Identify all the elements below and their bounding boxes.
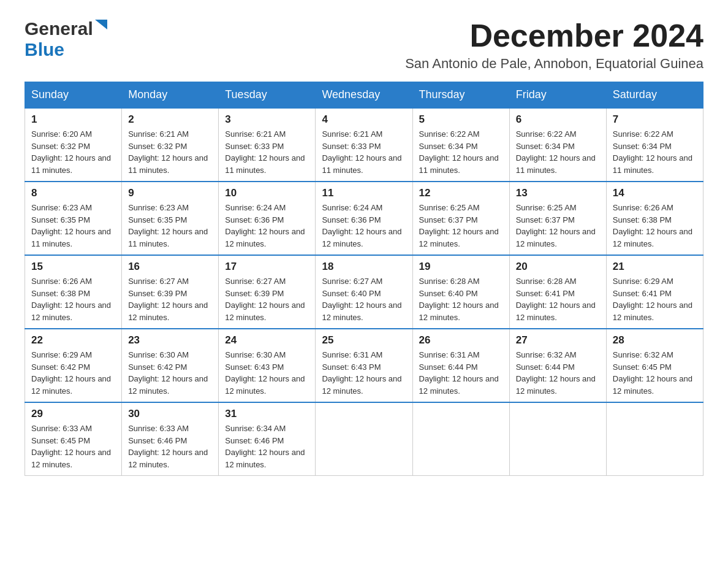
calendar-cell: 6 Sunrise: 6:22 AM Sunset: 6:34 PM Dayli… [509, 108, 606, 182]
day-info: Sunrise: 6:33 AM Sunset: 6:46 PM Dayligh… [128, 423, 212, 470]
calendar-cell: 15 Sunrise: 6:26 AM Sunset: 6:38 PM Dayl… [25, 255, 122, 329]
day-info: Sunrise: 6:28 AM Sunset: 6:41 PM Dayligh… [516, 275, 600, 323]
logo-blue-text: Blue [25, 39, 64, 60]
day-info: Sunrise: 6:26 AM Sunset: 6:38 PM Dayligh… [31, 275, 115, 323]
day-info: Sunrise: 6:25 AM Sunset: 6:37 PM Dayligh… [419, 202, 503, 250]
calendar-cell: 10 Sunrise: 6:24 AM Sunset: 6:36 PM Dayl… [219, 182, 316, 255]
day-info: Sunrise: 6:22 AM Sunset: 6:34 PM Dayligh… [516, 128, 600, 176]
day-number: 29 [31, 408, 115, 420]
header-tuesday: Tuesday [219, 82, 316, 109]
day-info: Sunrise: 6:23 AM Sunset: 6:35 PM Dayligh… [128, 202, 212, 250]
day-info: Sunrise: 6:23 AM Sunset: 6:35 PM Dayligh… [31, 202, 115, 250]
day-number: 30 [128, 408, 212, 420]
day-info: Sunrise: 6:27 AM Sunset: 6:39 PM Dayligh… [225, 275, 309, 323]
calendar-cell [412, 402, 509, 476]
day-number: 18 [322, 261, 406, 273]
day-info: Sunrise: 6:24 AM Sunset: 6:36 PM Dayligh… [225, 202, 309, 250]
day-number: 21 [613, 261, 697, 273]
day-info: Sunrise: 6:24 AM Sunset: 6:36 PM Dayligh… [322, 202, 406, 250]
day-info: Sunrise: 6:30 AM Sunset: 6:42 PM Dayligh… [128, 349, 212, 397]
day-number: 8 [31, 187, 115, 199]
calendar-header-row: Sunday Monday Tuesday Wednesday Thursday… [25, 82, 703, 109]
day-number: 22 [31, 334, 115, 347]
calendar-cell: 13 Sunrise: 6:25 AM Sunset: 6:37 PM Dayl… [509, 182, 606, 255]
location-subtitle: San Antonio de Pale, Annobon, Equatorial… [405, 56, 703, 72]
day-number: 1 [31, 113, 115, 126]
page-header: General Blue December 2024 San Antonio d… [25, 18, 703, 72]
day-info: Sunrise: 6:31 AM Sunset: 6:44 PM Dayligh… [419, 349, 503, 397]
calendar-week-row: 8 Sunrise: 6:23 AM Sunset: 6:35 PM Dayli… [25, 182, 703, 255]
calendar-cell: 25 Sunrise: 6:31 AM Sunset: 6:43 PM Dayl… [316, 329, 412, 402]
calendar-cell: 2 Sunrise: 6:21 AM Sunset: 6:32 PM Dayli… [122, 108, 219, 182]
logo: General Blue [25, 18, 108, 60]
calendar-cell: 20 Sunrise: 6:28 AM Sunset: 6:41 PM Dayl… [509, 255, 606, 329]
calendar-cell: 18 Sunrise: 6:27 AM Sunset: 6:40 PM Dayl… [316, 255, 412, 329]
calendar-cell [606, 402, 703, 476]
calendar-cell: 3 Sunrise: 6:21 AM Sunset: 6:33 PM Dayli… [219, 108, 316, 182]
day-number: 25 [322, 334, 406, 347]
day-number: 13 [516, 187, 600, 199]
calendar-cell: 23 Sunrise: 6:30 AM Sunset: 6:42 PM Dayl… [122, 329, 219, 402]
calendar-cell: 31 Sunrise: 6:34 AM Sunset: 6:46 PM Dayl… [219, 402, 316, 476]
day-number: 16 [128, 261, 212, 273]
logo-arrow-icon [95, 20, 108, 36]
day-info: Sunrise: 6:34 AM Sunset: 6:46 PM Dayligh… [225, 423, 309, 470]
day-info: Sunrise: 6:29 AM Sunset: 6:41 PM Dayligh… [613, 275, 697, 323]
header-saturday: Saturday [606, 82, 703, 109]
day-info: Sunrise: 6:30 AM Sunset: 6:43 PM Dayligh… [225, 349, 309, 397]
day-info: Sunrise: 6:29 AM Sunset: 6:42 PM Dayligh… [31, 349, 115, 397]
day-number: 15 [31, 261, 115, 273]
day-number: 7 [613, 113, 697, 126]
calendar-cell: 16 Sunrise: 6:27 AM Sunset: 6:39 PM Dayl… [122, 255, 219, 329]
day-number: 12 [419, 187, 503, 199]
day-number: 4 [322, 113, 406, 126]
day-info: Sunrise: 6:31 AM Sunset: 6:43 PM Dayligh… [322, 349, 406, 397]
day-number: 3 [225, 113, 309, 126]
day-number: 26 [419, 334, 503, 347]
day-number: 31 [225, 408, 309, 420]
svg-marker-0 [95, 20, 107, 29]
day-number: 2 [128, 113, 212, 126]
day-number: 19 [419, 261, 503, 273]
day-info: Sunrise: 6:25 AM Sunset: 6:37 PM Dayligh… [516, 202, 600, 250]
day-number: 6 [516, 113, 600, 126]
day-number: 11 [322, 187, 406, 199]
day-info: Sunrise: 6:33 AM Sunset: 6:45 PM Dayligh… [31, 423, 115, 470]
day-number: 24 [225, 334, 309, 347]
day-info: Sunrise: 6:26 AM Sunset: 6:38 PM Dayligh… [613, 202, 697, 250]
title-section: December 2024 San Antonio de Pale, Annob… [405, 18, 703, 72]
header-monday: Monday [122, 82, 219, 109]
header-sunday: Sunday [25, 82, 122, 109]
calendar-table: Sunday Monday Tuesday Wednesday Thursday… [25, 82, 703, 476]
calendar-cell [316, 402, 412, 476]
calendar-cell: 17 Sunrise: 6:27 AM Sunset: 6:39 PM Dayl… [219, 255, 316, 329]
day-info: Sunrise: 6:32 AM Sunset: 6:45 PM Dayligh… [613, 349, 697, 397]
calendar-cell: 24 Sunrise: 6:30 AM Sunset: 6:43 PM Dayl… [219, 329, 316, 402]
calendar-cell: 4 Sunrise: 6:21 AM Sunset: 6:33 PM Dayli… [316, 108, 412, 182]
calendar-cell: 22 Sunrise: 6:29 AM Sunset: 6:42 PM Dayl… [25, 329, 122, 402]
day-info: Sunrise: 6:21 AM Sunset: 6:33 PM Dayligh… [322, 128, 406, 176]
day-number: 20 [516, 261, 600, 273]
calendar-cell: 27 Sunrise: 6:32 AM Sunset: 6:44 PM Dayl… [509, 329, 606, 402]
day-number: 9 [128, 187, 212, 199]
calendar-cell: 11 Sunrise: 6:24 AM Sunset: 6:36 PM Dayl… [316, 182, 412, 255]
calendar-cell: 12 Sunrise: 6:25 AM Sunset: 6:37 PM Dayl… [412, 182, 509, 255]
day-number: 28 [613, 334, 697, 347]
day-number: 10 [225, 187, 309, 199]
calendar-cell: 8 Sunrise: 6:23 AM Sunset: 6:35 PM Dayli… [25, 182, 122, 255]
calendar-cell: 21 Sunrise: 6:29 AM Sunset: 6:41 PM Dayl… [606, 255, 703, 329]
calendar-week-row: 22 Sunrise: 6:29 AM Sunset: 6:42 PM Dayl… [25, 329, 703, 402]
calendar-cell: 19 Sunrise: 6:28 AM Sunset: 6:40 PM Dayl… [412, 255, 509, 329]
day-number: 23 [128, 334, 212, 347]
day-info: Sunrise: 6:28 AM Sunset: 6:40 PM Dayligh… [419, 275, 503, 323]
day-info: Sunrise: 6:21 AM Sunset: 6:33 PM Dayligh… [225, 128, 309, 176]
logo-general-text: General [25, 18, 93, 39]
calendar-week-row: 29 Sunrise: 6:33 AM Sunset: 6:45 PM Dayl… [25, 402, 703, 476]
header-wednesday: Wednesday [316, 82, 412, 109]
day-info: Sunrise: 6:27 AM Sunset: 6:40 PM Dayligh… [322, 275, 406, 323]
calendar-cell: 5 Sunrise: 6:22 AM Sunset: 6:34 PM Dayli… [412, 108, 509, 182]
day-info: Sunrise: 6:32 AM Sunset: 6:44 PM Dayligh… [516, 349, 600, 397]
day-number: 5 [419, 113, 503, 126]
calendar-cell: 28 Sunrise: 6:32 AM Sunset: 6:45 PM Dayl… [606, 329, 703, 402]
day-info: Sunrise: 6:20 AM Sunset: 6:32 PM Dayligh… [31, 128, 115, 176]
